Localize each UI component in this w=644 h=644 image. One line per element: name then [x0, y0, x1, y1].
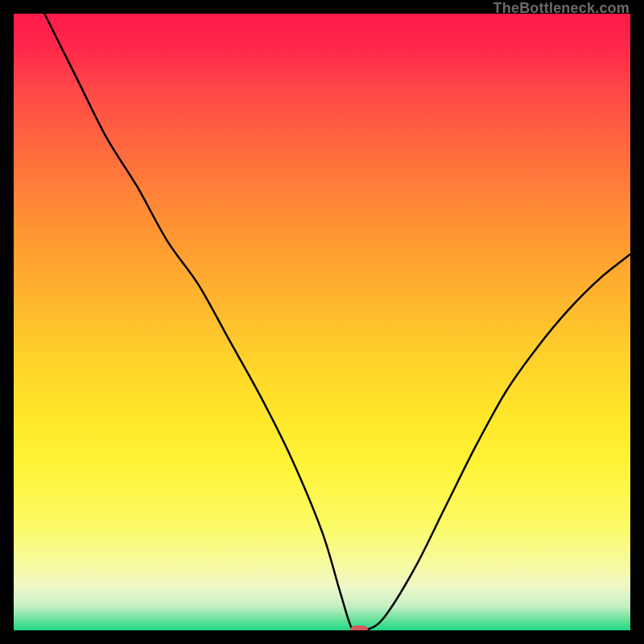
optimal-point-marker: [350, 625, 368, 630]
bottleneck-curve: [14, 14, 630, 630]
plot-area: [14, 14, 630, 630]
chart-frame: TheBottleneck.com: [0, 0, 644, 644]
watermark-text: TheBottleneck.com: [493, 0, 630, 17]
